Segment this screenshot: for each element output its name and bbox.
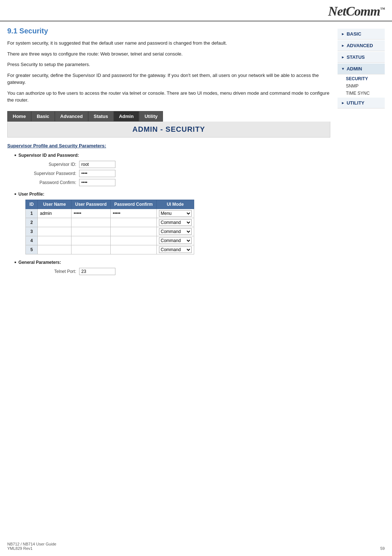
sidebar-item-utility-label: UTILITY [347,100,364,106]
sidebar-item-advanced[interactable]: ► ADVANCED [338,40,385,51]
table-row: 1 Menu Command [26,209,194,218]
general-params-title: General Parameters: [15,260,330,265]
supervisor-id-input[interactable] [79,161,115,168]
tab-admin[interactable]: Admin [114,111,139,122]
row1-confirm-input[interactable] [113,211,142,216]
row4-username-input[interactable] [40,238,69,243]
row4-uimode-select[interactable]: Menu Command [159,237,192,244]
tab-advanced[interactable]: Advanced [55,111,88,122]
sidebar-item-advanced-label: ADVANCED [347,43,373,48]
row2-username-input[interactable] [40,220,69,225]
row3-password-cell [72,227,111,236]
row3-password-input[interactable] [74,229,103,234]
row2-password-input[interactable] [74,220,103,225]
sidebar-sub-timesync[interactable]: TIME SYNC [343,90,385,97]
intro-para-5: You can authorize up to five users to ac… [7,90,330,104]
row3-username-cell [38,227,72,236]
sidebar-sub-snmp[interactable]: SNMP [343,82,385,90]
telnet-port-row: Telnet Port: [25,268,330,275]
row4-confirm-cell [110,236,156,245]
table-row: 5 Menu Command [26,245,194,254]
table-row: 2 Menu Command [26,218,194,227]
admin-sub-items: SECURITY SNMP TIME SYNC [338,75,385,97]
sidebar-item-status-label: STATUS [347,54,365,60]
row3-uimode-select[interactable]: Menu Command [159,228,192,235]
footer-page: 59 [380,546,385,551]
row3-username-input[interactable] [40,229,69,234]
supervisor-id-section: Supervisor ID and Password: Supervisor I… [15,153,330,186]
col-confirm: Password Confirm [110,200,156,209]
row5-password-cell [72,245,111,254]
row5-username-input[interactable] [40,247,69,252]
row1-password-input[interactable] [74,211,103,216]
col-uimode: UI Mode [156,200,194,209]
row3-confirm-input[interactable] [113,229,142,234]
row5-id: 5 [26,245,38,254]
table-row: 4 Menu Command [26,236,194,245]
row3-uimode-cell: Menu Command [156,227,194,236]
row1-confirm-cell [110,209,156,218]
row2-confirm-input[interactable] [113,220,142,225]
sidebar-item-admin[interactable]: ▼ ADMIN [338,64,385,74]
row2-id: 2 [26,218,38,227]
supervisor-sub-title: Supervisor ID and Password: [15,153,330,158]
intro-para-3: Press Security to setup the parameters. [7,61,330,68]
tab-utility[interactable]: Utility [139,111,163,122]
supervisor-section-title: Supervisor Profile and Security Paramete… [7,143,330,148]
admin-arrow: ▼ [341,67,345,71]
password-confirm-row: Password Confirm: [25,179,330,186]
row2-username-cell [38,218,72,227]
header: NetComm™ [0,0,392,21]
row5-confirm-input[interactable] [113,247,142,252]
nav-tabs: Home Basic Advanced Status Admin Utility [7,111,330,122]
footer-left: NB712 / NB714 User Guide YML829 Rev1 [7,542,56,551]
row3-confirm-cell [110,227,156,236]
row4-password-input[interactable] [74,238,103,243]
footer-line2: YML829 Rev1 [7,546,56,551]
intro-para-4: For greater security, define the Supervi… [7,72,330,86]
row1-username-input[interactable] [40,211,69,216]
supervisor-password-row: Supervisor Password: [25,170,330,177]
logo-tm: ™ [380,7,385,12]
table-row: 3 Menu Command [26,227,194,236]
utility-arrow: ► [341,101,345,105]
supervisor-password-input[interactable] [79,170,115,177]
row4-uimode-cell: Menu Command [156,236,194,245]
intro-para-2: There are three ways to configure the ro… [7,50,330,58]
sidebar-item-utility[interactable]: ► UTILITY [338,98,385,109]
tab-status[interactable]: Status [88,111,114,122]
supervisor-password-label: Supervisor Password: [25,171,76,176]
row4-confirm-input[interactable] [113,238,142,243]
status-arrow: ► [341,55,345,59]
footer-line1: NB712 / NB714 User Guide [7,542,56,546]
row4-id: 4 [26,236,38,245]
row2-uimode-cell: Menu Command [156,218,194,227]
sidebar-item-basic[interactable]: ► BASIC [338,29,385,40]
col-id: ID [26,200,38,209]
sidebar-item-status[interactable]: ► STATUS [338,52,385,63]
user-profile-table: ID User Name User Password Password Conf… [25,200,194,254]
row5-uimode-select[interactable]: Menu Command [159,246,192,253]
sidebar-sub-security[interactable]: SECURITY [343,75,385,82]
password-confirm-input[interactable] [79,179,115,186]
row1-id: 1 [26,209,38,218]
row2-uimode-select[interactable]: Menu Command [159,219,192,226]
telnet-port-label: Telnet Port: [25,269,76,274]
telnet-port-input[interactable] [79,268,115,275]
tab-basic[interactable]: Basic [31,111,55,122]
row4-password-cell [72,236,111,245]
sidebar-item-basic-label: BASIC [347,31,361,37]
user-profile-section: User Profile: ID User Name User Password… [15,192,330,254]
row1-username-cell [38,209,72,218]
row2-password-cell [72,218,111,227]
tab-home[interactable]: Home [7,111,31,122]
row5-password-input[interactable] [74,247,103,252]
row1-uimode-select[interactable]: Menu Command [159,210,192,217]
logo-text: NetComm [328,4,380,19]
basic-arrow: ► [341,32,345,36]
supervisor-id-row: Supervisor ID: [25,161,330,168]
page-title: 9.1 Security [7,27,330,35]
logo: NetComm™ [328,4,385,19]
main-layout: 9.1 Security For system security, it is … [0,21,392,281]
sidebar-nav: ► BASIC ► ADVANCED ► STATUS ▼ ADMIN SECU… [338,29,385,109]
